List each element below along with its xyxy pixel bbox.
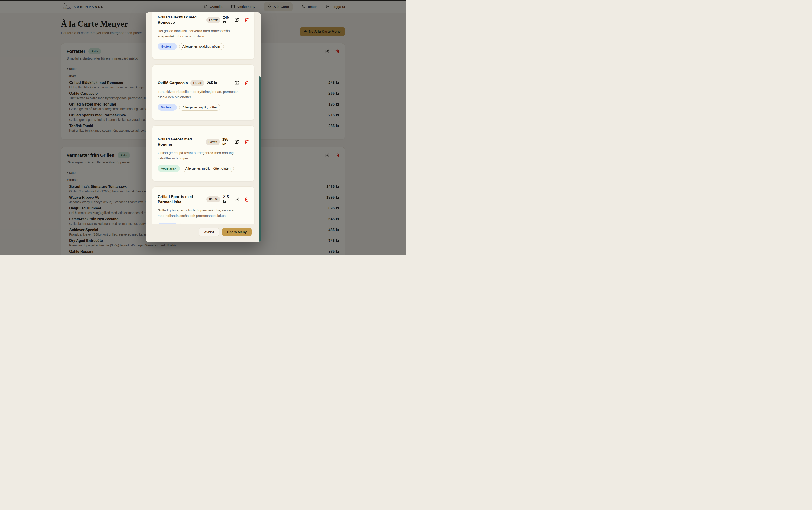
dish-card-blackfisk: Grillad Bläckfisk med Romesco Förrätt 24… (152, 12, 255, 60)
edit-icon (234, 81, 239, 86)
dish-card-description: Hel grillad bläckfisk serverad med romes… (158, 28, 241, 39)
allergen-badge: Allergener: mjölk (179, 222, 210, 224)
modal-footer: Avbryt Spara Meny (146, 224, 261, 242)
delete-dish-button[interactable] (244, 81, 249, 86)
cancel-button[interactable]: Avbryt (199, 228, 219, 236)
delete-dish-button[interactable] (244, 18, 249, 22)
edit-dish-button[interactable] (234, 18, 239, 22)
edit-icon (234, 197, 239, 202)
modal-dish-list[interactable]: Grillad Bläckfisk med Romesco Förrätt 24… (146, 12, 261, 224)
dish-card-price: 265 kr (207, 81, 217, 86)
edit-icon (234, 140, 239, 144)
category-pill: Förrätt (206, 197, 221, 203)
diet-badge: Glutenfri (158, 43, 177, 50)
edit-icon (234, 18, 239, 22)
dish-card-description: Tunt skivad rå oxfilé med tryffelmajonnä… (158, 89, 241, 100)
dish-card-title: Oxfilé Carpaccio (158, 81, 188, 86)
diet-badge: Glutenfri (158, 104, 177, 111)
dish-card-price: 195 kr (223, 137, 232, 147)
trash-icon (244, 197, 249, 202)
dish-card-price: 245 kr (223, 15, 231, 25)
dish-card-title: Grillad Sparris med Parmaskinka (158, 194, 204, 205)
dish-card-description: Grillad grön sparris lindad i parmaskink… (158, 208, 241, 218)
edit-dish-button[interactable] (234, 81, 239, 86)
dish-card-title: Grillad Getost med Honung (158, 137, 203, 147)
dish-card-carpaccio: Oxfilé Carpaccio Förrätt 265 kr Tunt ski… (152, 64, 255, 120)
allergen-badge: Allergener: mjölk, nötter (179, 104, 221, 111)
dish-card-getost: Grillad Getost med Honung Förrätt 195 kr… (152, 125, 255, 181)
edit-dish-button[interactable] (234, 197, 239, 202)
trash-icon (244, 18, 249, 22)
dish-card-description: Grillad getost på rostat surdegsbröd med… (158, 150, 241, 161)
delete-dish-button[interactable] (244, 197, 249, 202)
dish-card-price: 215 kr (223, 195, 231, 204)
dish-card-title: Grillad Bläckfisk med Romesco (158, 15, 204, 25)
category-pill: Förrätt (206, 17, 221, 23)
delete-dish-button[interactable] (244, 140, 249, 144)
save-menu-button[interactable]: Spara Meny (222, 228, 252, 236)
category-pill: Förrätt (206, 139, 220, 145)
edit-dish-button[interactable] (234, 140, 239, 144)
allergen-badge: Allergener: mjölk, nötter, gluten (182, 165, 234, 172)
diet-badge: Vegetarisk (158, 165, 180, 172)
trash-icon (244, 81, 249, 86)
allergen-badge: Allergener: skaldjur, nötter (179, 43, 224, 50)
diet-badge: Glutenfri (158, 222, 177, 224)
modal-scrollbar-thumb[interactable] (259, 77, 261, 242)
dish-card-sparris: Grillad Sparris med Parmaskinka Förrätt … (152, 186, 255, 224)
edit-menu-modal: Grillad Bläckfisk med Romesco Förrätt 24… (146, 12, 261, 242)
category-pill: Förrätt (191, 80, 204, 86)
trash-icon (244, 140, 249, 144)
